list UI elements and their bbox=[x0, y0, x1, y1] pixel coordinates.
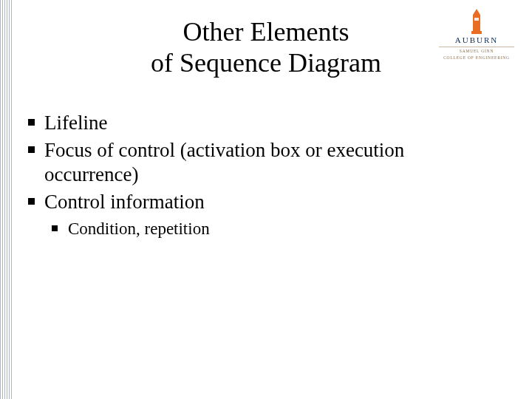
sub-bullet-text: Condition, repetition bbox=[68, 219, 210, 238]
sub-bullet-item: Condition, repetition bbox=[52, 219, 502, 239]
slide: AUBURN SAMUEL GINN COLLEGE OF ENGINEERIN… bbox=[0, 0, 532, 399]
bullet-text: Lifeline bbox=[44, 112, 107, 134]
bullet-text: Control information bbox=[44, 191, 205, 213]
slide-title: Other Elements of Sequence Diagram bbox=[0, 16, 532, 79]
bullet-item: Control information bbox=[28, 190, 502, 214]
title-line2: of Sequence Diagram bbox=[151, 48, 381, 78]
slide-content: Lifeline Focus of control (activation bo… bbox=[28, 111, 502, 239]
bullet-item: Lifeline bbox=[28, 111, 502, 135]
bullet-item: Focus of control (activation box or exec… bbox=[28, 138, 502, 187]
title-line1: Other Elements bbox=[183, 17, 349, 47]
bullet-text: Focus of control (activation box or exec… bbox=[44, 139, 404, 185]
